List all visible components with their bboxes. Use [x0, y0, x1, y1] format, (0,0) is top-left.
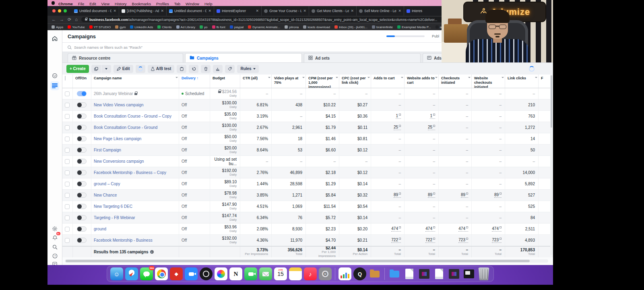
dock-item-photos[interactable] — [215, 267, 227, 280]
dock-item-finder[interactable]: ☺ — [110, 267, 123, 280]
campaign-name-link[interactable]: New Targeting 6 DEC — [94, 204, 175, 209]
dock-item-videofile[interactable] — [418, 267, 431, 280]
info-icon[interactable]: i — [150, 250, 154, 254]
row-checkbox[interactable] — [65, 103, 70, 108]
dock-item-facetime[interactable] — [244, 267, 257, 280]
campaign-toggle[interactable] — [77, 204, 87, 209]
back-icon[interactable]: ← — [52, 17, 56, 22]
campaign-toggle[interactable] — [77, 193, 87, 198]
search-nav-icon[interactable] — [50, 242, 59, 251]
row-checkbox[interactable] — [65, 227, 70, 232]
campaign-toggle[interactable] — [77, 238, 87, 243]
dock-item-mail[interactable] — [259, 267, 272, 280]
row-checkbox[interactable] — [65, 125, 70, 130]
dock-item-notes[interactable] — [289, 267, 302, 280]
row-checkbox[interactable] — [65, 193, 70, 198]
tab-close-icon[interactable]: ✕ — [351, 9, 354, 13]
notifications-bell-icon[interactable]: 9+ — [50, 233, 59, 242]
dock-item-trash[interactable] — [477, 267, 490, 280]
minimize-window-button[interactable] — [58, 9, 61, 12]
column-header-budget[interactable]: Budget — [210, 75, 240, 88]
tag-button[interactable] — [225, 65, 235, 73]
campaign-toggle[interactable] — [77, 102, 87, 108]
horizontal-scrollbar[interactable] — [65, 259, 548, 263]
account-overview-icon[interactable] — [50, 71, 59, 80]
edit-button[interactable]: Edit — [114, 65, 133, 73]
menu-item-bookmarks[interactable]: Bookmarks — [132, 2, 151, 6]
column-header-website_checkouts_initiated[interactable]: Website checkouts initiated — [472, 75, 505, 88]
export-chart-button[interactable] — [213, 65, 223, 73]
dock-item-messages[interactable]: 569 — [140, 267, 153, 280]
campaign-toggle[interactable] — [77, 136, 87, 141]
dock-item-notion[interactable]: N — [229, 267, 242, 280]
campaigns-table-nav-icon[interactable] — [50, 81, 59, 90]
delete-button[interactable] — [201, 65, 211, 73]
campaign-name-link[interactable]: Book Consultation Course - Ground — [94, 125, 175, 130]
row-checkbox[interactable] — [65, 170, 70, 175]
row-checkbox[interactable] — [65, 204, 70, 209]
home-icon[interactable]: ⌂ — [75, 17, 78, 22]
create-button[interactable]: + Create — [66, 65, 89, 73]
campaign-toggle[interactable] — [77, 114, 87, 119]
menu-item-tab[interactable]: Tab — [174, 2, 180, 6]
apple-menu-icon[interactable] — [52, 1, 55, 5]
refresh-button[interactable] — [136, 65, 145, 73]
column-header-checkouts_initiated[interactable]: Checkouts initiated — [439, 75, 472, 88]
browser-tab[interactable]: Grow Your Course - Learni✕ — [262, 6, 309, 16]
browser-tab[interactable]: Sell More Online - Learni✕ — [357, 6, 404, 16]
ab-test-button[interactable]: A/B test — [148, 65, 175, 73]
feedback-flag-icon[interactable] — [50, 260, 59, 265]
column-header-toggle[interactable]: Off/On — [73, 75, 91, 88]
bookmark-item[interactable]: Examplad Media P... — [397, 25, 431, 29]
column-header-delivery[interactable]: Delivery ↑ — [179, 75, 210, 88]
menu-item-edit[interactable]: Edit — [89, 2, 96, 6]
menu-item-profiles[interactable]: Profiles — [156, 2, 169, 6]
campaign-name-link[interactable]: First Campaign — [94, 148, 175, 152]
campaign-toggle[interactable] — [77, 159, 87, 164]
menu-item-view[interactable]: View — [101, 2, 109, 6]
bookmark-item[interactable]: Dynamic Animate... — [248, 25, 280, 29]
campaign-name-link[interactable]: New Video Views campaign — [94, 103, 175, 107]
dock-item-redapp[interactable]: ◆ — [170, 267, 183, 280]
dock-item-stats[interactable] — [339, 267, 351, 280]
campaign-name-link[interactable]: Targeting - FB Webinar — [94, 215, 175, 220]
row-checkbox[interactable] — [65, 114, 70, 119]
dock-item-settings[interactable]: ⚙ — [319, 267, 332, 280]
bookmark-item[interactable]: piirona — [285, 25, 299, 29]
help-icon[interactable]: ? — [50, 251, 59, 260]
campaign-name-link[interactable]: Facebook Mentorship - Business — [94, 238, 175, 242]
tab-close-icon[interactable]: ✕ — [256, 9, 259, 13]
scrollbar-thumb[interactable] — [66, 260, 530, 262]
tab-ad-sets[interactable]: Ad sets — [304, 53, 421, 62]
dock-item-downloads[interactable] — [388, 267, 401, 280]
bookmark-item[interactable]: paypal — [230, 25, 244, 29]
select-all-checkbox[interactable] — [65, 76, 66, 81]
campaign-name-link[interactable]: New Conversions campaign — [94, 159, 175, 164]
row-checkbox[interactable] — [65, 137, 70, 141]
browser-tab[interactable]: Untitled document - Googl✕ — [167, 6, 214, 16]
close-window-button[interactable] — [52, 9, 56, 12]
scrollbar-thumb[interactable] — [551, 75, 552, 128]
column-header-link_clicks[interactable]: Link clicks — [505, 75, 539, 88]
tab-resource-centre[interactable]: Resource centre — [68, 53, 183, 62]
tab-close-icon[interactable]: ✕ — [303, 9, 306, 13]
campaign-name-link[interactable]: Book Consultation Course - Ground – Copy — [94, 114, 175, 118]
rules-button[interactable]: Rules — [237, 65, 258, 73]
row-checkbox[interactable] — [65, 148, 70, 153]
sort-caret-icon[interactable] — [268, 77, 270, 78]
column-header-ctr[interactable]: CTR (all) — [240, 75, 272, 88]
bookmark-item[interactable]: yo — [200, 25, 207, 29]
campaign-name-link[interactable]: ground – Copy — [94, 182, 175, 186]
tab-close-icon[interactable]: ✕ — [113, 9, 116, 13]
bookmark-item[interactable]: Clients — [157, 25, 171, 29]
campaign-toggle[interactable] — [77, 181, 87, 186]
menu-item-file[interactable]: File — [78, 2, 84, 6]
home-nav-icon[interactable] — [50, 34, 59, 43]
campaign-name-link[interactable]: 26th January Webinar — [94, 91, 175, 96]
bookmark-item[interactable]: Inbox (39) - jlu061... — [334, 25, 367, 29]
duplicate-button[interactable] — [91, 65, 101, 73]
column-header-video_plays[interactable]: Video plays at 75% — [272, 75, 306, 88]
dock-item-docfile[interactable] — [433, 267, 446, 280]
tab-close-icon[interactable]: ✕ — [208, 9, 211, 13]
bookmark-item[interactable]: leads download — [303, 25, 330, 29]
